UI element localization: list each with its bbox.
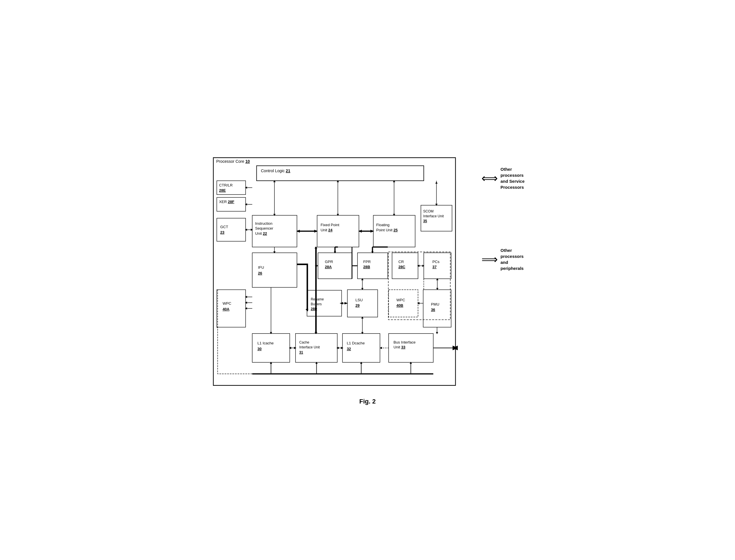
svg-marker-76 (417, 302, 419, 304)
right-labels-panel: ⟺ Other processors and Service Processor… (476, 155, 525, 271)
svg-rect-11 (358, 253, 388, 279)
l1-icache-num: 30 (258, 347, 262, 351)
scom-num: 35 (423, 219, 427, 223)
svg-rect-18 (423, 290, 451, 327)
isu-label: Instruction (255, 221, 272, 226)
cache-iu-num: 31 (299, 350, 303, 354)
svg-marker-70 (245, 296, 247, 298)
cr-label: CR (398, 259, 404, 264)
ifu-label: IFU (258, 265, 264, 269)
svg-marker-100 (289, 347, 291, 349)
gpr-num: 28A (325, 264, 332, 269)
pmu-num: 36 (431, 308, 435, 312)
top-processors-group: ⟺ Other processors and Service Processor… (481, 166, 525, 190)
svg-rect-17 (389, 290, 418, 317)
ctr-lr-num: 28E (219, 188, 226, 192)
svg-marker-101 (294, 347, 296, 349)
bottom-processors-arrow: ⟹ (481, 253, 498, 266)
bottom-processors-text: Other processors and peripherals (501, 247, 524, 271)
fig-caption: Fig. 2 (359, 398, 375, 405)
svg-marker-94 (315, 362, 318, 364)
pcs-label: PCs (432, 259, 439, 264)
fpu-label: Fixed Point (321, 223, 340, 227)
xer-label: XER 28F (219, 199, 234, 204)
wpc-a-num: 40A (222, 307, 230, 311)
isu-label2: Sequencer (255, 226, 273, 230)
svg-marker-24 (273, 214, 276, 216)
scom-label: SCOM (423, 209, 433, 213)
svg-marker-68 (340, 302, 343, 304)
top-processors-text: Other processors and Service Processors (501, 166, 525, 190)
svg-marker-78 (436, 332, 438, 334)
ctr-lr-label: CTR/LR (219, 183, 232, 187)
rename-label: Rename (311, 297, 324, 301)
cache-iu-label2: Interface Unit (299, 345, 320, 349)
float-pu-label2: Point Unit 25 (376, 228, 397, 232)
bottom-processors-group: ⟹ Other processors and peripherals (481, 247, 524, 271)
svg-marker-42 (251, 228, 253, 231)
wpc-b-label: WPC (396, 298, 405, 302)
svg-marker-54 (314, 332, 317, 334)
wpc-b-num: 40B (396, 303, 403, 308)
svg-rect-4 (217, 218, 246, 241)
svg-marker-104 (341, 347, 343, 349)
svg-marker-62 (361, 316, 364, 318)
diagram-area: Processor Core 10 Control Logic 21 CTR/L… (210, 155, 525, 392)
isu-label3: Unit 22 (255, 231, 267, 235)
wpc-a-label: WPC (222, 301, 231, 306)
page-wrapper: Processor Core 10 Control Logic 21 CTR/L… (210, 155, 525, 406)
svg-rect-86 (388, 252, 450, 320)
svg-rect-1 (257, 166, 424, 180)
svg-marker-98 (410, 362, 412, 364)
gct-label: GCT (220, 225, 228, 229)
fpr-num: 28B (363, 264, 370, 269)
cr-num: 28C (398, 264, 405, 269)
svg-marker-37 (245, 186, 247, 189)
svg-marker-34 (435, 181, 437, 183)
fpu-label2: Unit 24 (321, 228, 333, 232)
top-processors-arrow: ⟺ (481, 172, 498, 185)
lsu-num: 29 (356, 303, 360, 308)
svg-marker-113 (371, 251, 373, 253)
svg-rect-13 (424, 253, 451, 279)
svg-marker-27 (337, 214, 339, 216)
l1-dcache-num: 32 (347, 347, 351, 351)
svg-marker-92 (270, 362, 272, 364)
l1-dcache-label: L1 Dcache (347, 341, 365, 345)
bus-iu-label: Bus Interface (393, 340, 415, 344)
ifu-num: 26 (258, 271, 262, 275)
cache-iu-label: Cache (299, 340, 309, 344)
fpr-label: FPR (363, 259, 371, 264)
svg-marker-96 (360, 362, 362, 364)
svg-marker-83 (417, 264, 419, 267)
gct-num: 23 (220, 230, 224, 234)
l1-icache-label: L1 Icache (258, 341, 274, 345)
svg-marker-35 (435, 204, 437, 206)
svg-marker-41 (245, 228, 247, 231)
svg-marker-52 (270, 332, 272, 334)
svg-rect-0 (213, 158, 455, 386)
gpr-label: GPR (325, 259, 333, 264)
svg-marker-72 (245, 301, 247, 304)
svg-rect-10 (318, 253, 352, 279)
svg-marker-74 (245, 307, 247, 310)
pmu-label: PMU (431, 302, 439, 306)
svg-marker-61 (361, 332, 364, 334)
svg-marker-50 (273, 251, 276, 253)
architecture-svg: Processor Core 10 Control Logic 21 CTR/L… (210, 155, 476, 391)
scom-label2: Interface Unit (423, 214, 444, 218)
processor-core-label: Processor Core 10 (216, 159, 250, 164)
main-diagram: Processor Core 10 Control Logic 21 CTR/L… (210, 155, 476, 392)
control-logic-label: Control Logic 21 (261, 168, 290, 173)
svg-marker-30 (393, 214, 395, 216)
svg-marker-39 (245, 203, 247, 205)
svg-rect-16 (348, 290, 378, 317)
lsu-label: LSU (356, 298, 363, 302)
pcs-num: 37 (432, 264, 437, 269)
svg-rect-9 (252, 253, 297, 287)
svg-marker-65 (361, 278, 364, 280)
svg-marker-84 (422, 264, 424, 267)
svg-marker-81 (436, 278, 438, 280)
bus-iu-label2: Unit 33 (393, 345, 405, 349)
float-pu-label: Floating (376, 223, 389, 227)
